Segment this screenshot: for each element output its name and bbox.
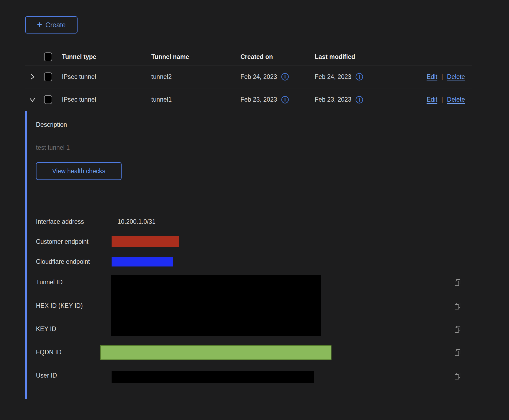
copy-icon	[454, 372, 461, 380]
last-modified-cell: Feb 24, 2023	[315, 73, 351, 81]
col-header-last-modified: Last modified	[308, 53, 387, 61]
plus-icon: +	[37, 20, 42, 29]
description-label: Description	[36, 121, 67, 128]
delete-link[interactable]: Delete	[447, 96, 465, 103]
info-icon[interactable]	[281, 73, 289, 81]
create-button[interactable]: + Create	[25, 16, 78, 34]
tunnel-id-label: Tunnel ID	[36, 278, 63, 286]
interface-address-value: 10.200.1.0/31	[118, 218, 156, 225]
copy-icon	[454, 325, 461, 333]
section-divider	[36, 197, 463, 197]
interface-address-label: Interface address	[36, 218, 84, 225]
fqdn-id-redacted-value	[100, 345, 331, 360]
tunnel-name-cell: tunnel1	[145, 96, 234, 103]
created-on-cell: Feb 24, 2023	[240, 73, 277, 81]
info-icon[interactable]	[355, 96, 363, 104]
col-header-created-on: Created on	[234, 53, 308, 61]
cloudflare-endpoint-redacted-value	[112, 257, 173, 266]
last-modified-cell: Feb 23, 2023	[315, 96, 351, 103]
table-header: Tunnel type Tunnel name Created on Last …	[25, 49, 472, 65]
action-separator: |	[441, 96, 443, 103]
copy-icon	[454, 279, 461, 286]
info-icon[interactable]	[355, 73, 363, 81]
hex-id-label: HEX ID (KEY ID)	[36, 302, 83, 309]
action-separator: |	[441, 73, 443, 81]
user-id-redacted-value	[112, 371, 314, 383]
copy-icon	[454, 302, 461, 310]
col-header-tunnel-name: Tunnel name	[145, 53, 234, 61]
table-row: IPsec tunnel tunnel1 Feb 23, 2023 Feb 23…	[25, 88, 472, 111]
key-id-label: KEY ID	[36, 325, 56, 333]
copy-user-id-button[interactable]	[454, 372, 461, 380]
tunnel-detail-panel: Description test tunnel 1 View health ch…	[25, 111, 472, 399]
edit-link[interactable]: Edit	[427, 96, 437, 103]
copy-hex-id-button[interactable]	[454, 302, 461, 310]
copy-key-id-button[interactable]	[454, 325, 461, 333]
fqdn-id-label: FQDN ID	[36, 348, 62, 356]
tunnel-type-cell: IPsec tunnel	[55, 96, 145, 103]
tunnel-hex-key-id-redacted-value	[111, 275, 321, 336]
customer-endpoint-label: Customer endpoint	[36, 238, 88, 245]
create-button-label: Create	[45, 21, 66, 29]
tunnel-name-cell: tunnel2	[145, 73, 234, 81]
created-on-cell: Feb 23, 2023	[240, 96, 277, 103]
tunnels-page: + Create Tunnel type Tunnel name Created…	[0, 0, 509, 420]
chevron-right-icon[interactable]	[29, 73, 36, 80]
info-icon[interactable]	[281, 96, 289, 104]
description-value: test tunnel 1	[36, 144, 70, 151]
copy-fqdn-id-button[interactable]	[454, 349, 461, 356]
user-id-label: User ID	[36, 372, 57, 379]
customer-endpoint-redacted-value	[112, 236, 179, 247]
table-row: IPsec tunnel tunnel2 Feb 24, 2023 Feb 24…	[25, 65, 472, 88]
row-checkbox[interactable]	[44, 72, 52, 81]
view-health-checks-label: View health checks	[52, 168, 105, 175]
col-header-tunnel-type: Tunnel type	[55, 53, 145, 61]
chevron-down-icon[interactable]	[29, 96, 36, 103]
select-all-checkbox[interactable]	[44, 52, 52, 61]
row-checkbox[interactable]	[44, 95, 52, 104]
tunnel-type-cell: IPsec tunnel	[55, 73, 145, 81]
view-health-checks-button[interactable]: View health checks	[36, 162, 122, 180]
delete-link[interactable]: Delete	[447, 73, 465, 81]
edit-link[interactable]: Edit	[427, 73, 437, 81]
copy-tunnel-id-button[interactable]	[454, 279, 461, 286]
cloudflare-endpoint-label: Cloudflare endpoint	[36, 258, 90, 265]
copy-icon	[454, 349, 461, 356]
